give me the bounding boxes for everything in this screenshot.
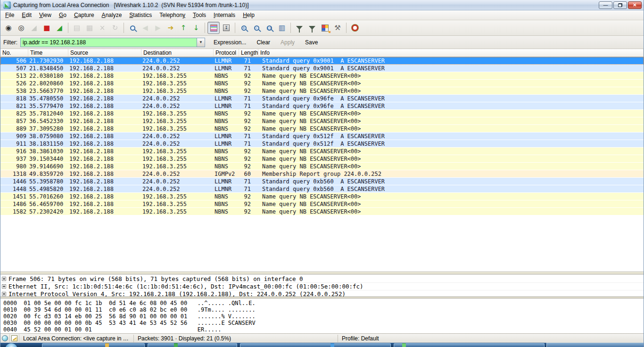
cell-dst: 192.168.3.255 [141,87,214,94]
auto-scroll-button[interactable]: ↧ [220,22,232,34]
filter-clear-button[interactable]: Clear [255,38,272,47]
menu-telephony[interactable]: Telephony [156,11,189,19]
menu-analyze[interactable]: Analyze [98,11,126,19]
packet-row-825[interactable]: 82535.7812040192.168.2.188192.168.3.255N… [0,110,644,117]
packet-row-857[interactable]: 85736.5452330192.168.2.188192.168.3.255N… [0,117,644,125]
restore-icon [618,3,622,7]
zoom-in-button[interactable]: + [238,22,250,34]
packet-row-916[interactable]: 91638.3861030192.168.2.188192.168.3.255N… [0,148,644,155]
close-button[interactable]: ✕ [628,1,642,9]
packet-row-937[interactable]: 93739.1503440192.168.2.188192.168.3.255N… [0,155,644,163]
detail-text: Internet Protocol Version 4, Src: 192.16… [8,290,346,297]
detail-line-0[interactable]: Frame 506: 71 bytes on wire (568 bits), … [0,275,644,283]
stop-capture-button[interactable]: ■ [41,22,53,34]
menu-statistics[interactable]: Statistics [125,11,156,19]
colorize-list-button[interactable] [207,22,220,34]
preferences-button[interactable]: ⚒ [331,22,344,34]
expand-icon[interactable] [2,277,6,281]
start-orb[interactable] [5,343,17,347]
wireshark-window: Capturing from Local Area Connection [Wi… [0,0,644,347]
filter-expression-button[interactable]: Expression... [212,38,248,47]
menu-help[interactable]: Help [239,11,258,19]
menu-tools[interactable]: Tools [189,11,210,19]
go-last-button[interactable]: ↓ [190,22,202,34]
go-first-button[interactable]: ↑ [177,22,190,34]
capture-filters-button[interactable] [293,22,305,34]
expert-info-button[interactable] [0,334,10,343]
expand-icon[interactable] [2,284,6,289]
packet-row-1446[interactable]: 144655.3958780192.168.2.188224.0.0.252LL… [0,178,644,185]
taskbar-button[interactable] [42,343,145,347]
resize-columns-button[interactable]: ▥ [276,22,288,34]
packet-row-818[interactable]: 81835.4780550192.168.2.188224.0.0.252LLM… [0,95,644,102]
taskbar-button[interactable] [240,343,391,347]
packet-row-1448[interactable]: 144855.4985820192.168.2.188224.0.0.252LL… [0,185,644,193]
find-packet-button[interactable] [126,22,139,34]
column-header-length[interactable]: Length [239,49,258,57]
menu-go[interactable]: Go [55,11,70,19]
taskbar-button[interactable] [148,343,237,347]
cell-len: 92 [239,110,258,117]
packet-row-889[interactable]: 88937.3095280192.168.2.188192.168.3.255N… [0,125,644,132]
column-header-protocol[interactable]: Protocol [214,49,239,57]
hex-line-0040[interactable]: 0040 45 52 00 00 01 00 01 ER..... [3,326,644,333]
packet-row-1582[interactable]: 158257.2302420192.168.2.188192.168.3.255… [0,208,644,215]
packet-row-507[interactable]: 50721.8348450192.168.2.188224.0.0.252LLM… [0,65,644,72]
menu-edit[interactable]: Edit [18,11,35,19]
cell-no: 916 [0,148,28,155]
cell-info: Name query NB ESCANSERVER<00> [258,72,644,79]
packet-row-1451[interactable]: 145155.7016260192.168.2.188192.168.3.255… [0,193,644,200]
packet-row-538[interactable]: 53823.5663770192.168.2.188192.168.3.255N… [0,87,644,95]
hex-line-0030[interactable]: 0030 00 00 00 00 00 00 0b 45 53 43 41 4e… [3,320,644,326]
hex-line-0020[interactable]: 0020 00 fc d3 03 14 eb 00 25 56 8d 90 01… [3,313,644,320]
packet-row-513[interactable]: 51322.0380180192.168.2.188192.168.3.255N… [0,72,644,80]
packet-row-909[interactable]: 90938.0759080192.168.2.188224.0.0.252LLM… [0,132,644,140]
capture-comment-button[interactable] [10,334,19,343]
go-to-packet-button[interactable]: ➔ [165,22,177,34]
restart-capture-button[interactable]: ◢ [53,22,66,34]
zoom-out-button[interactable]: − [250,22,263,34]
packet-row-821[interactable]: 82135.5779470192.168.2.188224.0.0.252LLM… [0,102,644,110]
hex-line-0000[interactable]: 0000 01 00 5e 00 00 fc 1c 1b 0d 51 4e 6c… [3,300,644,306]
menu-internals[interactable]: Internals [210,11,239,19]
cell-no: 506 [0,57,28,64]
detail-line-2[interactable]: Internet Protocol Version 4, Src: 192.16… [0,290,644,297]
column-header-info[interactable]: Info [258,49,644,57]
capture-comment-icon [11,335,17,341]
cell-src: 192.168.2.188 [68,140,141,147]
menu-file[interactable]: File [1,11,18,19]
expand-icon[interactable] [2,292,6,296]
hex-line-0010[interactable]: 0010 00 39 54 6d 00 00 01 11 c0 e6 c0 a8… [3,306,644,313]
packet-row-980[interactable]: 98039.9146690192.168.2.188192.168.3.255N… [0,163,644,170]
packet-row-526[interactable]: 52622.8020860192.168.2.188192.168.3.255N… [0,80,644,87]
detail-line-1[interactable]: Ethernet II, Src: 1c:1b:0d:51:4e:6c (1c:… [0,283,644,290]
column-header-destination[interactable]: Destination [141,49,214,57]
display-filters-button[interactable] [306,22,318,34]
capture-options-button[interactable]: ◎ [15,22,27,34]
zoom-100-button[interactable]: 1:1 [263,22,275,34]
column-header-time[interactable]: Time [28,49,68,57]
help-button[interactable] [349,22,361,34]
cell-len: 92 [239,117,258,124]
cell-no: 825 [0,110,28,117]
menu-view[interactable]: View [35,11,55,19]
filter-input[interactable] [21,38,197,47]
filter-dropdown-button[interactable]: ▼ [197,38,205,47]
system-tray[interactable] [546,343,644,347]
cell-no: 507 [0,65,28,72]
menu-capture[interactable]: Capture [70,11,98,19]
minimize-button[interactable]: — [599,1,612,9]
list-interfaces-button[interactable]: ◉ [2,22,15,34]
packet-row-911[interactable]: 91138.1831150192.168.2.188224.0.0.252LLM… [0,140,644,148]
column-header-source[interactable]: Source [68,49,141,57]
restore-button[interactable] [613,1,627,9]
packet-row-1318[interactable]: 131849.8359720192.168.2.188224.0.0.252IG… [0,170,644,178]
coloring-rules-button[interactable] [319,22,331,34]
packet-row-1486[interactable]: 148656.4659700192.168.2.188192.168.3.255… [0,200,644,208]
windows-taskbar [0,343,644,347]
filter-save-button[interactable]: Save [303,38,320,47]
packet-row-506[interactable]: 50621.7302930192.168.2.188224.0.0.252LLM… [0,57,644,65]
column-header-no[interactable]: No. [0,49,28,57]
packet-bytes-pane: 0000 01 00 5e 00 00 fc 1c 1b 0d 51 4e 6c… [0,298,644,333]
taskbar-button[interactable] [394,343,545,347]
